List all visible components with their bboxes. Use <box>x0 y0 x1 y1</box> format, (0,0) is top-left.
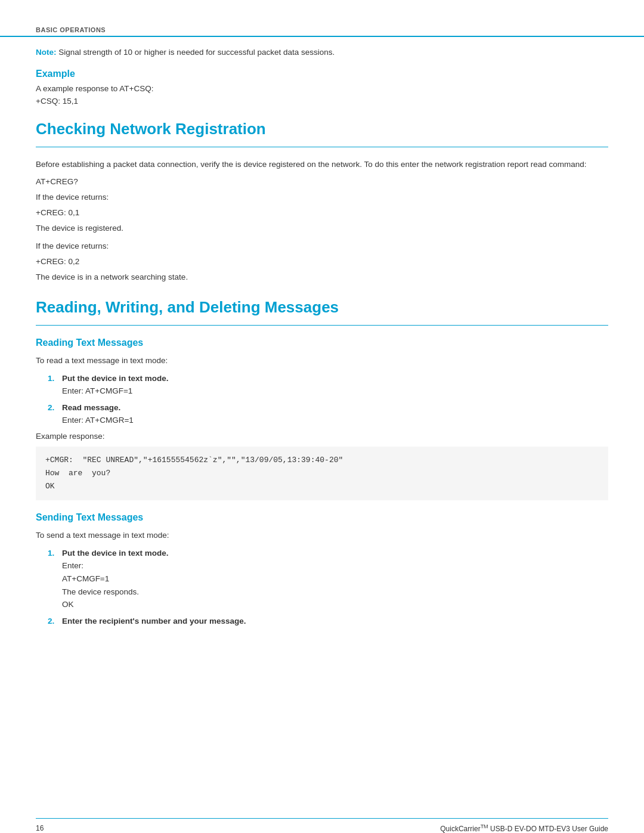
footer-product-title: QuickCarrierTM USB-D EV-DO MTD-EV3 User … <box>440 823 608 833</box>
top-border <box>0 36 644 37</box>
if-returns-1: If the device returns: <box>36 191 608 204</box>
page-container: BASIC OPERATIONS Note: Signal strength o… <box>0 12 644 833</box>
send-step-1-content: Put the device in text mode. Enter: AT+C… <box>62 547 608 611</box>
sending-steps-list: 1. Put the device in text mode. Enter: A… <box>48 547 608 628</box>
step-1-bold: Put the device in text mode. <box>62 374 169 383</box>
step-1-content: Put the device in text mode. Enter: AT+C… <box>62 372 608 398</box>
step-2-content: Read message. Enter: AT+CMGR=1 <box>62 401 608 427</box>
reading-code-block: +CMGR: "REC UNREAD","+16155554562z`z",""… <box>36 447 608 500</box>
step-2-bold: Read message. <box>62 403 120 412</box>
note-text: Signal strength of 10 or higher is neede… <box>57 48 335 57</box>
step-number-2: 2. <box>48 401 62 427</box>
step-number-1: 1. <box>48 372 62 398</box>
step-2-sub: Enter: AT+CMGR=1 <box>62 414 608 427</box>
reading-intro: To read a text message in text mode: <box>36 354 608 367</box>
list-item: 1. Put the device in text mode. Enter: A… <box>48 372 608 398</box>
footer-trademark: TM <box>481 823 488 829</box>
footer-page-number: 16 <box>36 824 44 832</box>
messages-divider <box>36 325 608 326</box>
at-creg-command: AT+CREG? <box>36 177 608 186</box>
checking-network-title: Checking Network Registration <box>36 120 608 138</box>
footer-product-detail: USB-D EV-DO MTD-EV3 User Guide <box>488 825 608 833</box>
if-returns-2: If the device returns: <box>36 240 608 253</box>
footer: 16 QuickCarrierTM USB-D EV-DO MTD-EV3 Us… <box>36 818 608 833</box>
checking-network-intro: Before establishing a packet data connec… <box>36 158 608 171</box>
device-registered-text: The device is registered. <box>36 222 608 235</box>
send-step-2-content: Enter the recipient's number and your me… <box>62 615 608 628</box>
list-item: 1. Put the device in text mode. Enter: A… <box>48 547 608 611</box>
section-divider <box>36 147 608 147</box>
send-step-number-1: 1. <box>48 547 62 611</box>
creg-response-2: +CREG: 0,2 <box>36 257 608 266</box>
example-response-label: Example response: <box>36 432 608 441</box>
example-intro: A example response to AT+CSQ: <box>36 84 608 93</box>
content-area: Note: Signal strength of 10 or higher is… <box>0 12 644 668</box>
send-step-1-bold: Put the device in text mode. <box>62 549 169 558</box>
note-line: Note: Signal strength of 10 or higher is… <box>36 48 608 57</box>
send-step-number-2: 2. <box>48 615 62 628</box>
device-searching-text: The device is in a network searching sta… <box>36 271 608 284</box>
example-heading: Example <box>36 69 608 79</box>
step-1-sub: Enter: AT+CMGF=1 <box>62 385 608 398</box>
list-item: 2. Enter the recipient's number and your… <box>48 615 608 628</box>
header-label: BASIC OPERATIONS <box>36 26 106 33</box>
sending-text-heading: Sending Text Messages <box>36 512 608 523</box>
reading-steps-list: 1. Put the device in text mode. Enter: A… <box>48 372 608 427</box>
send-step-2-bold: Enter the recipient's number and your me… <box>62 617 246 625</box>
example-response: +CSQ: 15,1 <box>36 97 608 106</box>
messages-section-title: Reading, Writing, and Deleting Messages <box>36 298 608 317</box>
send-step-1-sub-enter: Enter: <box>62 559 608 572</box>
list-item: 2. Read message. Enter: AT+CMGR=1 <box>48 401 608 427</box>
reading-text-heading: Reading Text Messages <box>36 337 608 348</box>
send-step-1-sub-cmd: AT+CMGF=1 <box>62 572 608 586</box>
sending-intro: To send a text message in text mode: <box>36 529 608 542</box>
creg-response-1: +CREG: 0,1 <box>36 208 608 217</box>
note-bold-label: Note: <box>36 48 57 57</box>
footer-product-name: QuickCarrier <box>440 825 480 833</box>
send-step-1-sub-responds: The device responds. <box>62 586 608 599</box>
send-step-1-sub-ok: OK <box>62 598 608 611</box>
